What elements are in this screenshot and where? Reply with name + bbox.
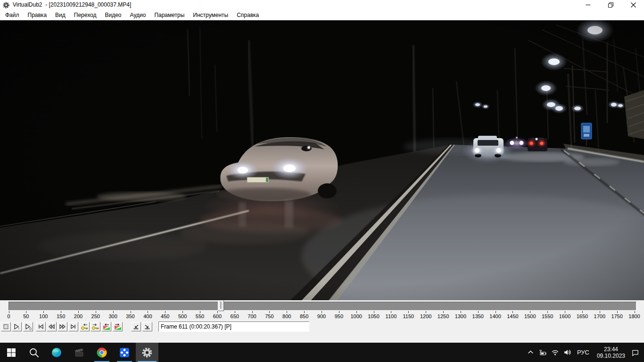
timeline-tick	[374, 311, 374, 313]
close-button[interactable]	[622, 0, 644, 10]
timeline-tick	[617, 311, 618, 313]
timeline-tick	[478, 311, 479, 313]
menu-tools[interactable]: Инструменты	[189, 10, 232, 20]
mark-in-icon	[132, 323, 140, 330]
taskbar-media-app-button[interactable]	[68, 343, 91, 362]
timeline-tick-label: 400	[143, 313, 152, 319]
next-keyframe-icon	[91, 323, 99, 330]
timeline-tick	[426, 311, 426, 313]
timeline-tick-label: 1250	[438, 313, 449, 319]
tray-chevron-up-icon[interactable]	[527, 348, 535, 356]
vignette	[0, 20, 644, 300]
timeline-tick-label: 1400	[489, 313, 501, 319]
video-pane	[0, 20, 644, 300]
timeline-tick-label: 1750	[611, 313, 622, 319]
timeline-tick-label: 600	[213, 313, 222, 319]
mark-out-button[interactable]	[142, 322, 152, 331]
play-output-button[interactable]: O	[23, 322, 33, 331]
go-start-button[interactable]	[36, 322, 46, 331]
timeline-tick	[304, 311, 305, 313]
menu-audio[interactable]: Аудио	[126, 10, 150, 20]
clapperboard-icon	[74, 347, 85, 358]
prev-keyframe-button[interactable]	[80, 322, 90, 331]
next-scene-button[interactable]	[113, 322, 123, 331]
taskbar-blue-grid-app-button[interactable]	[113, 343, 136, 362]
menu-help[interactable]: Справка	[232, 10, 263, 20]
stop-button[interactable]	[1, 322, 11, 331]
timeline-tick-label: 1800	[628, 313, 640, 319]
timeline-tick	[530, 311, 530, 313]
timeline-tick-label: 900	[317, 313, 326, 319]
taskbar-search-button[interactable]	[23, 343, 45, 362]
taskbar-virtualdub-button[interactable]	[136, 343, 158, 362]
tray-volume-icon[interactable]	[563, 348, 571, 356]
timeline-tick	[547, 311, 548, 313]
system-tray: РУС 23:44 09.10.2023	[527, 343, 644, 362]
restore-button[interactable]	[600, 0, 621, 10]
video-frame-night-road	[0, 20, 644, 300]
menu-file[interactable]: Файл	[1, 10, 24, 20]
tray-wifi-icon[interactable]	[551, 348, 559, 356]
timeline-tick-label: 300	[108, 313, 117, 319]
timeline-tick-label: 650	[231, 313, 239, 319]
tray-notification-icon[interactable]	[631, 348, 639, 356]
tray-battery-icon[interactable]	[539, 348, 547, 356]
timeline-tick-label: 150	[57, 313, 65, 319]
taskbar-edge-button[interactable]	[45, 343, 68, 362]
timeline-tick	[512, 311, 513, 313]
blue-grid-app-icon	[119, 347, 130, 358]
timeline-tick	[200, 311, 200, 313]
prev-scene-button[interactable]	[101, 322, 111, 331]
search-icon	[28, 347, 40, 358]
prev-keyframe-icon	[81, 323, 89, 330]
play-input-button[interactable]: I	[12, 322, 22, 331]
timeline-tick	[356, 311, 357, 313]
edge-icon	[51, 347, 62, 358]
tray-date: 09.10.2023	[597, 353, 625, 359]
svg-text:I: I	[18, 327, 19, 330]
minimize-icon	[586, 2, 591, 8]
timeline-tick	[495, 311, 496, 313]
start-button[interactable]	[0, 343, 23, 362]
timeline-tick-label: 1300	[455, 313, 466, 319]
backward-icon	[48, 323, 55, 330]
menu-edit[interactable]: Правка	[24, 10, 51, 20]
timeline-tick-label: 750	[265, 313, 273, 319]
menu-go[interactable]: Переход	[70, 10, 101, 20]
tray-clock[interactable]: 23:44 09.10.2023	[595, 346, 627, 359]
mark-in-button[interactable]	[131, 322, 141, 331]
timeline-tick-label: 1650	[577, 313, 588, 319]
timeline-tick	[461, 311, 461, 313]
timeline-thumb[interactable]	[218, 300, 224, 311]
timeline-tick	[61, 311, 61, 313]
mark-out-icon	[144, 323, 151, 330]
taskbar-chrome-button[interactable]	[91, 343, 113, 362]
timeline-track[interactable]	[8, 302, 636, 311]
menu-options[interactable]: Параметры	[150, 10, 189, 20]
timeline-tick-label: 1700	[594, 313, 605, 319]
transport-bar: I O Frame 611 (0:00:20.367) [P]	[0, 321, 644, 343]
timeline-tick-label: 1450	[507, 313, 518, 319]
tray-language-indicator[interactable]: РУС	[576, 349, 591, 356]
next-keyframe-button[interactable]	[91, 322, 100, 331]
timeline-tick-label: 950	[335, 313, 343, 319]
timeline-tick	[182, 311, 183, 313]
forward-button[interactable]	[58, 322, 67, 331]
timeline-tick	[635, 311, 635, 313]
minimize-button[interactable]	[577, 0, 599, 10]
timeline-tick-label: 500	[178, 313, 187, 319]
go-end-button[interactable]	[68, 322, 78, 331]
timeline-tick	[443, 311, 444, 313]
go-end-icon	[70, 323, 77, 330]
timeline-tick	[408, 311, 409, 313]
timeline-tick-label: 1050	[368, 313, 379, 319]
timeline-tick	[252, 311, 253, 313]
menu-view[interactable]: Вид	[51, 10, 70, 20]
menu-video[interactable]: Видео	[100, 10, 125, 20]
virtualdub-gear-icon	[141, 346, 153, 359]
timeline-tick	[113, 311, 114, 313]
taskbar: РУС 23:44 09.10.2023	[0, 343, 644, 362]
stop-icon	[2, 323, 9, 330]
backward-button[interactable]	[47, 322, 57, 331]
timeline-tick-label: 550	[196, 313, 204, 319]
